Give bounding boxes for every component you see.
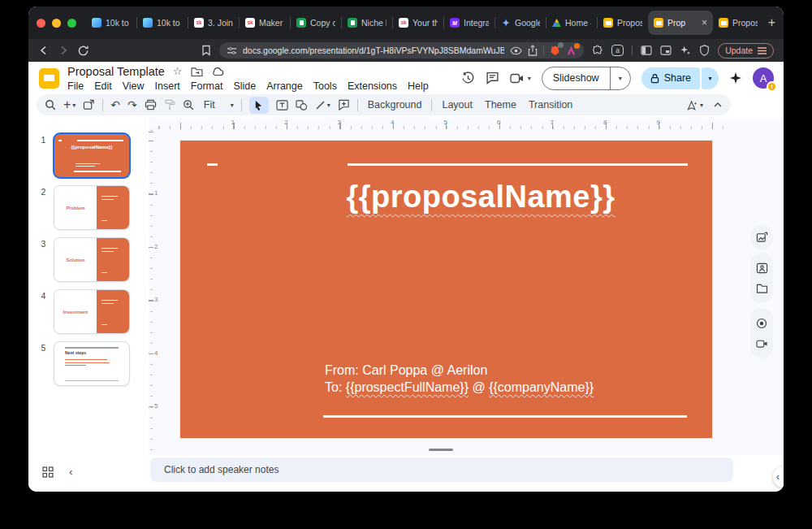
templates-icon[interactable] [83,97,95,113]
slide-thumbnail[interactable]: Investment [54,290,129,333]
menu-format[interactable]: Format [191,80,223,92]
leo-ai-sparkle-icon[interactable] [680,45,691,56]
menu-extensions[interactable]: Extensions [348,80,397,92]
share-button[interactable]: Share ▾ [641,67,719,89]
slides-app-icon[interactable] [39,68,59,89]
cloud-status-icon[interactable] [211,67,224,76]
avatar[interactable]: A ! [753,67,774,89]
menu-insert[interactable]: Insert [155,80,180,92]
theme-button[interactable]: Theme [482,99,519,111]
browser-tab[interactable]: Proposal [598,11,648,35]
tab-search-icon[interactable]: a [611,45,624,56]
slide-thumbnail[interactable]: Problem [54,186,129,229]
grid-view-icon[interactable] [42,466,54,478]
insert-shape-icon[interactable] [296,97,308,113]
forward-icon[interactable] [58,45,69,56]
browser-tab[interactable]: Home - C [546,11,597,35]
slide-thumbnail[interactable]: Solution [54,238,129,281]
url-text[interactable]: docs.google.com/presentation/d/1gT-H8iVP… [243,46,504,55]
zoom-icon[interactable] [183,97,194,113]
menu-file[interactable]: File [67,80,84,92]
slide-title[interactable]: {{proposalName}} [278,180,684,215]
extension-logo-icon[interactable] [566,46,577,56]
new-tab-button[interactable]: + [768,15,775,30]
text-box-icon[interactable] [276,97,288,113]
browser-tab[interactable]: 10k to $1 [86,11,136,35]
h-ruler-number: 6 [497,119,500,126]
menu-edit[interactable]: Edit [94,80,112,92]
select-tool-button[interactable] [249,97,269,114]
browser-tab[interactable]: Copy of I [291,11,341,35]
reader-eye-icon[interactable] [510,46,522,55]
tab-label: Prop [667,18,696,28]
rewards-shield-icon[interactable] [699,45,710,56]
bookmark-icon[interactable] [201,45,211,56]
back-icon[interactable] [38,45,50,56]
slideshow-dropdown[interactable]: ▾ [610,67,630,89]
background-button[interactable]: Background [365,99,425,111]
speaker-notes-input[interactable]: Click to add speaker notes [150,457,733,482]
browser-tab[interactable]: skMaker Sc [240,11,290,35]
slideshow-button[interactable]: Slideshow ▾ [542,67,631,90]
update-button[interactable]: Update [718,43,774,59]
insert-line-button[interactable]: ▾ [315,100,330,111]
zoom-select[interactable]: Fit▾ [201,99,234,111]
insert-comment-icon[interactable] [338,97,350,113]
version-history-icon[interactable] [461,72,475,85]
transition-button[interactable]: Transition [526,99,575,111]
move-folder-icon[interactable] [191,67,203,76]
comments-icon[interactable] [486,72,499,85]
site-settings-icon[interactable] [227,46,237,56]
folder-icon[interactable] [756,284,768,293]
browser-tab[interactable]: sk3. Join 3 [188,11,239,35]
record-icon[interactable] [756,318,767,329]
slide-from-to-block[interactable]: From: Carl Poppa @ Aerilon To: {{prospec… [325,362,594,396]
browser-tab[interactable]: Proposal [713,11,760,35]
menu-slide[interactable]: Slide [233,80,256,92]
canvas-scroll-handle[interactable] [429,449,453,451]
slide-thumbnail[interactable]: {{proposalName}} [54,134,129,177]
meet-camera-icon[interactable]: ▾ [510,73,531,84]
collapse-filmstrip-icon[interactable]: ‹ [69,466,72,478]
address-field[interactable]: docs.google.com/presentation/d/1gT-H8iVP… [219,42,584,59]
redo-icon[interactable]: ↷ [127,97,137,113]
star-icon[interactable]: ☆ [173,65,183,77]
tab-close-icon[interactable]: × [700,17,707,28]
minimize-window-button[interactable] [52,19,61,28]
document-title[interactable]: Proposal Template [67,65,165,78]
search-menus-icon[interactable] [45,97,56,113]
layout-button[interactable]: Layout [439,99,475,111]
pen-tools-button[interactable]: ▾ [687,100,703,111]
slide-editor[interactable]: {{proposalName}} From: Carl Poppa @ Aeri… [180,141,712,438]
browser-tab[interactable]: skYour thir [393,11,443,35]
sidebar-toggle-icon[interactable] [641,46,652,55]
print-icon[interactable] [145,97,157,113]
extensions-puzzle-icon[interactable] [592,45,603,56]
browser-tab[interactable]: Niche Di [342,11,392,35]
share-page-icon[interactable] [528,45,538,56]
side-tool-group-1 [750,225,773,249]
collapse-toolbar-icon[interactable] [713,97,723,113]
paint-format-icon[interactable] [164,97,175,113]
gemini-sparkle-icon[interactable] [729,72,742,85]
close-window-button[interactable] [37,19,45,28]
new-slide-button[interactable]: +▾ [63,98,76,111]
menu-view[interactable]: View [123,80,145,92]
image-person-icon[interactable] [756,262,768,274]
menu-arrange[interactable]: Arrange [266,80,302,92]
browser-tab[interactable]: Prop× [648,11,713,35]
menu-tools[interactable]: Tools [313,80,337,92]
screenshot-icon[interactable] [756,232,768,243]
menu-help[interactable]: Help [408,80,429,92]
picture-in-picture-icon[interactable] [660,46,672,55]
browser-tab[interactable]: 10k to $1 [137,11,188,35]
share-dropdown[interactable]: ▾ [702,67,719,89]
browser-tab[interactable]: ✦Google C [495,11,546,35]
undo-icon[interactable]: ↶ [110,97,120,113]
brave-shield-icon[interactable] [550,45,560,56]
slide-thumbnail[interactable]: Next steps [54,342,129,385]
reload-icon[interactable] [77,45,89,57]
browser-tab[interactable]: MIntegratio [444,11,495,35]
zoom-window-button[interactable] [67,19,76,28]
camera-icon[interactable] [756,339,768,349]
